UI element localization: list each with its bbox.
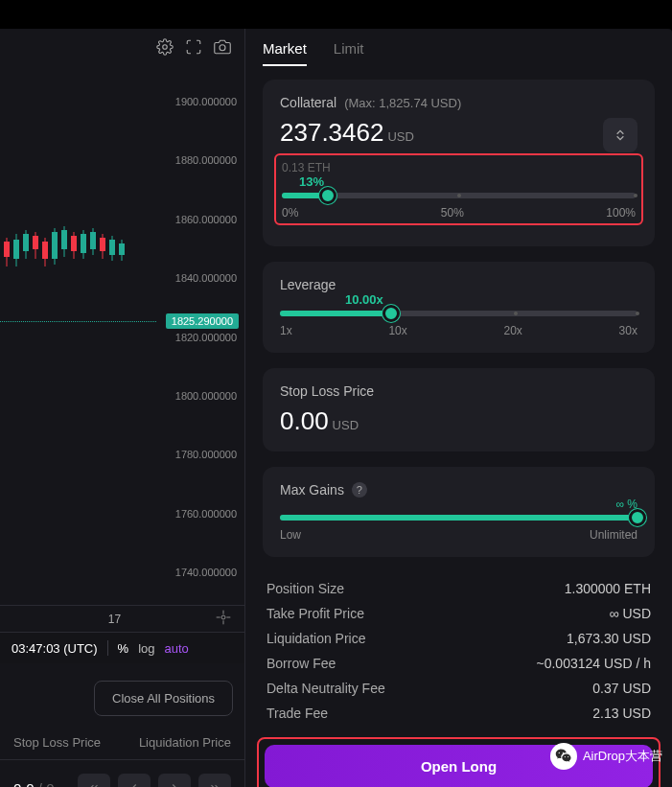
svg-point-0 [163, 45, 168, 50]
trade-summary: Position Size1.300000 ETH Take Profit Pr… [263, 572, 655, 737]
candlesticks [0, 69, 156, 605]
collateral-slider-highlight: 0.13 ETH 13% 0% 50% 100% [274, 153, 643, 225]
collateral-card: Collateral (Max: 1,825.74 USD) 237.3462 … [263, 80, 655, 246]
swap-icon[interactable] [603, 118, 637, 152]
wechat-icon [550, 743, 577, 770]
gear-icon[interactable] [216, 610, 231, 628]
help-icon[interactable]: ? [352, 482, 367, 498]
y-tick: 1780.000000 [175, 449, 237, 460]
last-page-button[interactable] [198, 774, 231, 787]
slider-label-50: 50% [441, 206, 464, 220]
page-indicator: 0-0 / 0 [13, 780, 55, 788]
close-all-positions-button[interactable]: Close All Positions [94, 681, 233, 716]
max-gains-slider[interactable] [280, 515, 637, 521]
chart-toolbar [0, 29, 244, 69]
summary-row: Delta Neutrality Fee0.37 USD [266, 676, 651, 701]
camera-icon[interactable] [214, 38, 231, 59]
stop-loss-title: Stop Loss Price [280, 383, 374, 399]
stop-loss-value[interactable]: 0.00 [280, 406, 329, 436]
y-tick: 1840.000000 [175, 272, 237, 284]
collateral-title: Collateral [280, 95, 336, 110]
lev-label-1x: 1x [280, 324, 292, 337]
summary-row: Trade Fee2.13 USD [266, 701, 651, 726]
leverage-title: Leverage [280, 277, 336, 292]
stop-loss-header: Stop Loss Price [13, 735, 101, 750]
tab-limit[interactable]: Limit [334, 40, 364, 66]
order-type-tabs: Market Limit [263, 40, 655, 66]
max-gains-title: Max Gains [280, 482, 344, 498]
next-page-button[interactable] [158, 774, 191, 787]
percent-toggle[interactable]: % [118, 641, 129, 656]
watermark-text: AirDrop大本营 [583, 748, 662, 765]
x-tick: 17 [13, 613, 216, 626]
lev-label-30x: 30x [619, 324, 637, 337]
tab-market[interactable]: Market [263, 40, 307, 66]
clock-time: 03:47:03 (UTC) [12, 641, 98, 656]
gains-label-low: Low [280, 528, 301, 542]
collateral-sub: 0.13 ETH [282, 161, 636, 174]
prev-page-button[interactable] [118, 774, 151, 787]
y-tick: 1860.000000 [175, 214, 237, 225]
summary-row: Borrow Fee~0.003124 USD / h [266, 651, 651, 676]
pagination: 0-0 / 0 [0, 759, 244, 787]
chart-panel: 1900.000000 1880.000000 1860.000000 1840… [0, 29, 245, 787]
y-tick: 1740.000000 [175, 567, 237, 578]
collateral-slider[interactable] [282, 193, 636, 198]
collateral-unit: USD [387, 129, 413, 144]
first-page-button[interactable] [78, 774, 110, 787]
collateral-value[interactable]: 237.3462 [280, 118, 383, 148]
liquidation-header: Liquidation Price [139, 735, 231, 750]
current-price-tag: 1825.290000 [166, 313, 239, 329]
summary-row: Position Size1.300000 ETH [266, 576, 651, 601]
lev-label-10x: 10x [388, 324, 406, 337]
y-axis: 1900.000000 1880.000000 1860.000000 1840… [156, 69, 241, 605]
y-tick: 1880.000000 [175, 154, 237, 166]
max-gains-value: ∞ % [280, 498, 637, 511]
auto-toggle[interactable]: auto [165, 641, 189, 656]
summary-row: Take Profit Price∞ USD [266, 601, 651, 626]
y-tick: 1900.000000 [175, 96, 237, 107]
svg-point-1 [220, 45, 225, 51]
collateral-slider-value: 13% [299, 174, 636, 189]
y-tick: 1760.000000 [175, 508, 237, 520]
leverage-slider[interactable] [280, 311, 637, 316]
slider-label-100: 100% [606, 206, 636, 220]
watermark: AirDrop大本营 [550, 743, 662, 770]
chart-footer: 03:47:03 (UTC) % log auto [0, 632, 244, 663]
lev-label-20x: 20x [504, 324, 522, 337]
summary-row: Liquidation Price1,673.30 USD [266, 626, 651, 651]
slider-label-0: 0% [282, 206, 298, 220]
fullscreen-icon[interactable] [185, 38, 202, 59]
price-chart[interactable]: 1900.000000 1880.000000 1860.000000 1840… [0, 69, 244, 605]
y-tick: 1800.000000 [175, 390, 237, 402]
collateral-max: (Max: 1,825.74 USD) [344, 96, 461, 110]
gear-icon[interactable] [156, 38, 174, 59]
x-axis: 17 [0, 605, 244, 632]
trade-panel: Market Limit Collateral (Max: 1,825.74 U… [245, 29, 672, 787]
gains-label-unlimited: Unlimited [590, 528, 637, 542]
positions-header: Stop Loss Price Liquidation Price [0, 726, 244, 759]
stop-loss-card: Stop Loss Price 0.00 USD [263, 368, 655, 451]
log-toggle[interactable]: log [138, 641, 154, 656]
y-tick: 1820.000000 [175, 332, 237, 343]
stop-loss-unit: USD [333, 418, 359, 432]
svg-point-2 [221, 615, 225, 619]
leverage-card: Leverage 10.00x 1x 10x 20x 30x [263, 262, 655, 353]
max-gains-card: Max Gains ? ∞ % Low Unlimited [263, 467, 655, 557]
